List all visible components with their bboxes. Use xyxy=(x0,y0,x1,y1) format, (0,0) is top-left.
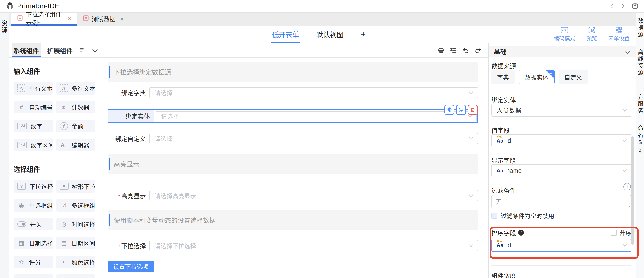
props-section-basic[interactable]: 基础 xyxy=(489,46,636,57)
save-icon[interactable] xyxy=(632,3,638,10)
palette-item[interactable]: ◐ 颜色选择 xyxy=(56,255,96,268)
display-field-dropdown[interactable]: Aa name xyxy=(491,164,632,177)
nav-back-icon[interactable] xyxy=(609,3,614,9)
redo-icon[interactable] xyxy=(475,47,481,54)
field-settings-button[interactable] xyxy=(444,105,454,115)
key-field-icon: Aa xyxy=(496,242,506,248)
palette-collapse-chevron-icon[interactable] xyxy=(93,48,97,53)
doc-tab-dropdown-example[interactable]: 下拉选择组件示例* × xyxy=(12,13,77,26)
outline-tree-icon[interactable] xyxy=(450,47,457,54)
tab-extension-components[interactable]: 扩展组件 xyxy=(46,43,74,57)
bind-dictionary-select[interactable]: 请选择 xyxy=(149,87,478,98)
sidebar-item-resources[interactable]: 资源 xyxy=(0,13,8,42)
info-icon[interactable]: i xyxy=(518,230,524,235)
code-mode-button[interactable]: 编码模式 xyxy=(554,27,575,42)
palette-item[interactable]: ▦ 日期选择 xyxy=(14,237,53,249)
palette-item[interactable]: ↥ 附件上传 xyxy=(14,274,53,278)
palette-item[interactable]: 123 数字 xyxy=(14,120,53,132)
ascending-checkbox[interactable] xyxy=(611,230,617,236)
select-components-grid: ∨ 下拉选择 ≡ 树形下拉 ◉ 单选框组 ☑ 多选框组 开关 ◷ 时间选择 ▦ … xyxy=(14,180,95,278)
right-strip-tab[interactable]: 数据源 xyxy=(636,13,644,44)
palette-item[interactable]: ☑ 多选框组 xyxy=(56,199,96,212)
palette-item-label: 评分 xyxy=(29,258,41,266)
group-title-input-components: 输入组件 xyxy=(14,66,95,76)
filter-empty-disable-checkbox[interactable] xyxy=(491,213,497,219)
text-field-icon: Aa xyxy=(496,168,506,173)
amount-icon: ¥ xyxy=(60,122,68,130)
close-icon[interactable]: × xyxy=(68,15,72,22)
checkbox-group-icon: ☑ xyxy=(60,201,68,209)
palette-item-label: 下拉选择 xyxy=(30,182,53,191)
option-custom[interactable]: 自定义 xyxy=(558,70,588,84)
palette-item-label: 金额 xyxy=(72,122,84,130)
palette-item[interactable]: A≡ 编辑器 xyxy=(56,139,96,151)
palette-item[interactable]: ▤ 日期区间 xyxy=(56,237,96,249)
palette-item-label: 时间选择 xyxy=(72,220,95,228)
field-row-bind-entity-selected[interactable]: 绑定实体 请选择 xyxy=(108,109,478,123)
section-title: 高亮显示 xyxy=(114,159,139,168)
dropdown-select[interactable]: 请选择下拉选择 xyxy=(149,240,478,251)
add-filter-button[interactable]: + xyxy=(623,183,631,190)
add-view-button[interactable]: + xyxy=(361,30,366,39)
palette-item[interactable]: A 单行文本 xyxy=(14,82,53,95)
field-copy-button[interactable] xyxy=(456,105,466,115)
properties-panel: 基础 数据来源 字典 数据实体 ✓ 自定义 绑定实体 人员数据 值字段 Aa i… xyxy=(489,43,636,278)
nav-forward-icon[interactable] xyxy=(620,3,626,9)
tab-lowcode-form[interactable]: 低开表单 xyxy=(272,26,299,43)
palette-item[interactable]: ≡ 树形下拉 xyxy=(56,180,96,193)
palette-item[interactable]: # 自动编号 xyxy=(14,101,53,114)
palette-list-view-icon[interactable] xyxy=(79,48,84,53)
check-icon: ✓ xyxy=(550,71,553,76)
palette-item[interactable]: ¥ 金额 xyxy=(56,120,96,132)
right-strip-tab-label: 离线资源 xyxy=(636,49,644,76)
field-delete-button[interactable] xyxy=(468,105,478,115)
highlight-select[interactable]: 请选择高亮显示 xyxy=(149,190,478,201)
component-width-label: 组件宽度 xyxy=(491,271,516,278)
data-source-options: 字典 数据实体 ✓ 自定义 xyxy=(491,70,588,84)
image-icon: ▣ xyxy=(60,277,68,278)
form-settings-button[interactable]: 表单设置 xyxy=(608,27,630,42)
option-data-entity[interactable]: 数据实体 ✓ xyxy=(518,70,554,84)
value-field-label: 值字段 xyxy=(491,126,510,135)
chevron-down-icon xyxy=(469,242,473,247)
bind-custom-select[interactable]: 请选择 xyxy=(149,133,478,144)
sort-field-dropdown[interactable]: Aa id xyxy=(491,239,632,252)
tab-system-components[interactable]: 系统组件 xyxy=(12,43,41,57)
palette-item[interactable]: ▣ 图片 xyxy=(56,274,96,278)
color-picker-icon: ◐ xyxy=(60,258,68,266)
right-strip-tab[interactable]: 命名Sql xyxy=(636,120,644,167)
bind-entity-select[interactable]: 请选择 xyxy=(156,111,477,121)
right-strip-tab[interactable]: 离线资源 xyxy=(636,44,644,82)
palette-item[interactable]: ☆ 评分 xyxy=(14,255,53,268)
palette-item[interactable]: ◉ 单选框组 xyxy=(14,199,53,212)
panel-scrollbar[interactable] xyxy=(631,136,634,244)
chevron-down-icon xyxy=(622,107,627,112)
palette-item[interactable]: A 多行文本 xyxy=(56,82,96,95)
tab-default-view[interactable]: 默认视图 xyxy=(316,26,344,43)
doc-tab-label: 测试数据 xyxy=(92,15,116,23)
app-logo-icon xyxy=(6,2,14,11)
undo-icon[interactable] xyxy=(462,47,469,54)
doc-tab-test-data[interactable]: 测试数据 × xyxy=(77,13,130,26)
value-field-dropdown[interactable]: Aa id xyxy=(491,134,632,147)
set-dropdown-options-button[interactable]: 设置下拉选项 xyxy=(108,261,154,272)
filter-condition-textarea[interactable]: 无 xyxy=(491,195,632,208)
select-placeholder: 请选择 xyxy=(155,88,172,97)
palette-item[interactable]: 开关 xyxy=(14,218,53,230)
palette-item[interactable]: ∨ 下拉选择 xyxy=(14,180,53,193)
right-strip-tab[interactable]: 三方服务 xyxy=(636,82,644,120)
palette-item[interactable]: ◷ 时间选择 xyxy=(56,218,96,230)
globe-icon[interactable] xyxy=(438,47,444,54)
palette-item[interactable]: ± 计数器 xyxy=(56,101,96,114)
close-icon[interactable]: × xyxy=(120,16,124,23)
section-title: 使用脚本和变量动态的设置选择数据 xyxy=(114,215,216,224)
select-placeholder: 请选择 xyxy=(161,112,179,121)
resize-handle[interactable] xyxy=(627,204,630,207)
preview-button[interactable]: 预览 xyxy=(586,27,597,42)
bind-entity-dropdown[interactable]: 人员数据 xyxy=(491,104,632,117)
palette-item[interactable]: 1~3 数字区间 xyxy=(14,139,53,151)
field-label: 绑定实体 xyxy=(108,110,154,122)
required-asterisk: * xyxy=(118,193,120,200)
counter-icon: ± xyxy=(60,103,68,111)
option-dictionary[interactable]: 字典 xyxy=(491,70,515,84)
